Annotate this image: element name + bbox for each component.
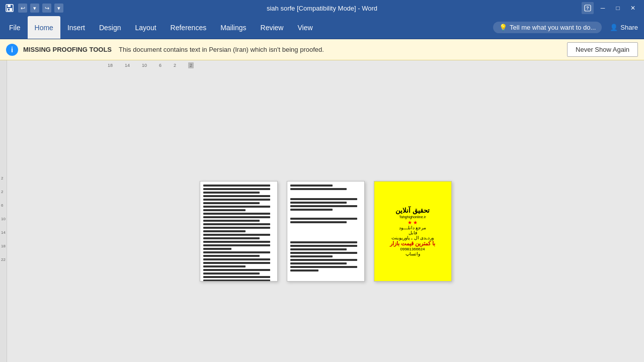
horizontal-ruler: 18 14 10 6 2 2 xyxy=(7,60,644,70)
text-line xyxy=(203,251,271,253)
text-line xyxy=(203,216,271,218)
lightbulb-icon: 💡 xyxy=(499,24,507,31)
text-line xyxy=(203,185,271,187)
ad-url: Tahghighonline.ir xyxy=(399,215,426,219)
text-line xyxy=(203,258,271,260)
text-line xyxy=(203,220,260,222)
text-line xyxy=(290,188,347,190)
tab-layout[interactable]: Layout xyxy=(128,16,164,39)
vruler-2: 2 xyxy=(1,176,6,180)
ruler-mark-2a: 2 xyxy=(174,63,176,68)
tab-review[interactable]: Review xyxy=(254,16,291,39)
text-line xyxy=(290,269,318,272)
text-line xyxy=(203,255,260,257)
ad-phone: 09981366624 xyxy=(400,247,425,251)
tab-mailings[interactable]: Mailings xyxy=(213,16,253,39)
tab-file[interactable]: File xyxy=(2,16,28,39)
ribbon: File Home Insert Design Layout Reference… xyxy=(0,16,644,39)
save-icon[interactable] xyxy=(4,3,15,14)
vruler-2b: 2 xyxy=(1,190,6,194)
share-label: Share xyxy=(620,24,638,31)
notification-message: This document contains text in Persian (… xyxy=(119,46,324,53)
vruler-10: 10 xyxy=(1,217,6,221)
tab-home[interactable]: Home xyxy=(28,16,60,39)
text-line xyxy=(290,255,333,257)
text-line xyxy=(203,241,271,243)
page-3: تحقیق آنلاین Tahghighonline.ir ★ ★ مرجع … xyxy=(374,181,452,282)
text-line xyxy=(203,188,271,190)
spacer xyxy=(290,212,361,216)
text-line xyxy=(290,209,333,211)
main-area: 2 2 6 10 14 18 22 xyxy=(0,70,644,362)
text-line xyxy=(290,252,358,254)
vertical-ruler-marks: 2 2 6 10 14 18 22 xyxy=(1,176,6,262)
vruler-22: 22 xyxy=(1,257,6,262)
help-icon[interactable]: ? xyxy=(582,2,594,14)
close-button[interactable]: ✕ xyxy=(626,2,640,14)
ad-title: تحقیق آنلاین xyxy=(395,207,430,214)
undo-icon[interactable]: ↩ xyxy=(18,4,27,13)
share-button[interactable]: 👤 Share xyxy=(606,22,642,33)
vruler-6: 6 xyxy=(1,203,6,208)
spacer xyxy=(290,192,361,197)
vertical-ruler: 2 2 6 10 14 18 22 xyxy=(0,70,7,362)
person-icon: 👤 xyxy=(610,24,618,31)
ad-line2: فابل xyxy=(409,230,417,235)
ruler-corner xyxy=(0,60,7,70)
page-3-ad: تحقیق آنلاین Tahghighonline.ir ★ ★ مرجع … xyxy=(374,182,451,281)
text-line xyxy=(203,237,260,239)
page-1 xyxy=(200,181,278,282)
text-line xyxy=(290,205,358,207)
ruler-mark-18: 18 xyxy=(108,63,113,68)
document-area[interactable]: تحقیق آنلاین Tahghighonline.ir ★ ★ مرجع … xyxy=(7,70,644,362)
tell-me-input[interactable]: 💡 Tell me what you want to do... xyxy=(493,22,602,33)
vruler-14: 14 xyxy=(1,230,6,235)
ad-line3: وردـدی ال ـ پاورپوینت xyxy=(391,235,434,240)
text-line xyxy=(203,227,271,229)
text-line xyxy=(203,262,271,264)
text-line xyxy=(203,276,271,278)
text-line xyxy=(203,269,271,271)
ad-highlight: با کمترین قیمت بازار xyxy=(390,240,435,247)
quick-access-toolbar: ↩ ▾ ↪ ▾ xyxy=(4,3,63,14)
text-line xyxy=(203,248,231,250)
text-line xyxy=(203,195,271,197)
text-line xyxy=(290,259,358,261)
text-line xyxy=(290,185,333,187)
text-line xyxy=(290,245,358,247)
title-bar: ↩ ▾ ↪ ▾ siah sorfe [Compatibility Mode] … xyxy=(0,0,644,16)
text-line xyxy=(290,221,347,223)
page-2 xyxy=(287,181,365,282)
ruler-mark-6: 6 xyxy=(159,63,162,68)
text-line xyxy=(290,262,347,264)
spacer xyxy=(290,225,361,240)
window-title: siah sorfe [Compatibility Mode] - Word xyxy=(267,5,377,12)
redo-icon[interactable]: ↪ xyxy=(42,4,51,13)
maximize-button[interactable]: □ xyxy=(611,2,625,14)
info-icon: i xyxy=(6,44,18,56)
text-line xyxy=(290,241,358,243)
notification-title: MISSING PROOFING TOOLS xyxy=(23,46,112,53)
svg-rect-3 xyxy=(8,9,10,11)
svg-rect-1 xyxy=(8,5,11,7)
text-line xyxy=(203,199,271,201)
text-line xyxy=(203,209,246,211)
ruler-mark-2b: 2 xyxy=(188,62,194,68)
undo-dropdown-icon[interactable]: ▾ xyxy=(30,4,39,13)
minimize-button[interactable]: ─ xyxy=(596,2,610,14)
tab-view[interactable]: View xyxy=(290,16,319,39)
ad-stars: ★ ★ xyxy=(408,220,418,225)
never-show-again-button[interactable]: Never Show Again xyxy=(567,42,638,57)
customize-icon[interactable]: ▾ xyxy=(54,4,63,13)
ruler-mark-10: 10 xyxy=(142,63,147,68)
tab-references[interactable]: References xyxy=(164,16,214,39)
window-buttons: ─ □ ✕ xyxy=(596,2,640,14)
tab-insert[interactable]: Insert xyxy=(60,16,92,39)
text-line xyxy=(290,248,347,250)
tab-design[interactable]: Design xyxy=(92,16,128,39)
vruler-18: 18 xyxy=(1,244,6,248)
page-2-content xyxy=(287,182,364,281)
text-line xyxy=(203,265,246,267)
text-line xyxy=(290,198,358,200)
text-line xyxy=(203,230,246,232)
